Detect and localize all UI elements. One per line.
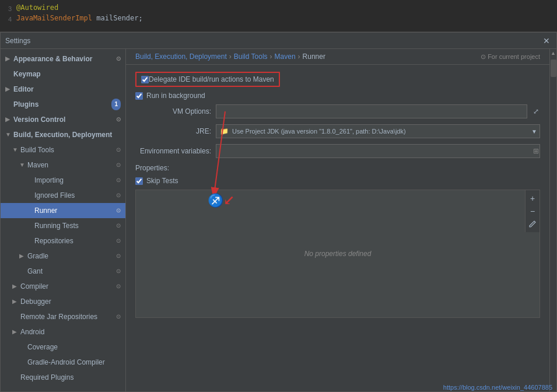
sidebar-item-ignored-files[interactable]: Ignored Files ⊙ [1, 188, 125, 203]
sidebar-item-version-control[interactable]: ▶ Version Control ⊙ [1, 112, 125, 127]
sidebar-item-required-plugins[interactable]: Required Plugins [1, 370, 125, 385]
breadcrumb-build-exec[interactable]: Build, Execution, Deployment [135, 52, 227, 61]
tree-arrow: ▶ [5, 114, 12, 125]
run-background-label: Run in background [146, 92, 205, 100]
sidebar-label: Debugger [20, 296, 51, 307]
vm-options-input[interactable] [216, 104, 527, 118]
sidebar-icon: ⊙ [116, 235, 121, 247]
run-background-row: Run in background [135, 92, 540, 100]
skip-tests-checkbox[interactable] [135, 177, 143, 185]
sidebar-item-gant[interactable]: Gant ⊙ [1, 264, 125, 279]
tree-arrow: ▶ [12, 326, 19, 338]
sidebar-item-build-exec[interactable]: ▼ Build, Execution, Deployment [1, 127, 125, 142]
properties-area: + − No properties defined [135, 190, 540, 318]
folder-icon: 📁 [216, 127, 232, 135]
sidebar-label: Keymap [13, 68, 41, 80]
env-vars-label: Environment variables: [135, 147, 211, 155]
sidebar-item-maven[interactable]: ▼ Maven ⊙ [1, 158, 125, 173]
main-content-area: Build, Execution, Deployment › Build Too… [126, 49, 549, 391]
sidebar-label: Gradle-Android Compiler [27, 356, 105, 368]
runner-settings-panel: Delegate IDE build/run actions to Maven … [126, 65, 549, 391]
sidebar-item-android[interactable]: ▶ Android [1, 324, 125, 340]
sidebar-item-coverage[interactable]: Coverage [1, 340, 125, 355]
sidebar-icon: ⊙ [116, 190, 121, 201]
skip-tests-label: Skip Tests [146, 177, 178, 185]
breadcrumb-maven[interactable]: Maven [275, 52, 296, 61]
sidebar-label: Required Plugins [20, 372, 73, 383]
env-vars-expand-button[interactable]: ⊞ [533, 147, 539, 155]
right-scrollbar[interactable]: ▲ [549, 49, 556, 391]
sidebar-label: Plugins [13, 99, 38, 110]
dialog-body: ▶ Appearance & Behavior ⊙ Keymap ▶ Edito… [1, 49, 556, 391]
sidebar-icon: ⊙ [116, 220, 121, 232]
sidebar-icon: ⊙ [116, 311, 121, 323]
breadcrumb-project[interactable]: ⊙ For current project [481, 53, 540, 61]
delegate-checkbox[interactable] [141, 76, 149, 83]
sidebar-icon: ⊙ [116, 250, 121, 262]
dialog-title: Settings [5, 37, 30, 45]
sidebar-item-plugins[interactable]: Plugins 1 [1, 97, 125, 112]
sidebar-item-editor[interactable]: ▶ Editor [1, 82, 125, 97]
sidebar-item-keymap[interactable]: Keymap [1, 66, 125, 82]
settings-dialog: Settings ✕ ▶ Appearance & Behavior ⊙ Key… [0, 32, 557, 392]
breadcrumb-runner: Runner [303, 52, 325, 61]
sidebar-item-runner[interactable]: Runner ⊙ [1, 203, 125, 218]
sidebar-icon: ⊙ [116, 281, 121, 292]
settings-sidebar: ▶ Appearance & Behavior ⊙ Keymap ▶ Edito… [1, 49, 126, 391]
properties-label: Properties: [135, 164, 169, 172]
jre-label: JRE: [135, 127, 211, 135]
tree-arrow: ▶ [5, 83, 12, 95]
sidebar-item-gradle[interactable]: ▶ Gradle ⊙ [1, 249, 125, 264]
env-var-container: ⊞ [216, 144, 540, 158]
sidebar-item-appearance[interactable]: ▶ Appearance & Behavior ⊙ [1, 51, 125, 66]
sidebar-label: Compiler [20, 281, 48, 292]
breadcrumb-sep2: › [270, 52, 272, 61]
plugins-badge: 1 [111, 99, 121, 110]
sidebar-item-importing[interactable]: Importing ⊙ [1, 173, 125, 188]
edit-property-button[interactable] [527, 218, 538, 230]
sidebar-item-debugger[interactable]: ▶ Debugger [1, 294, 125, 309]
scroll-up-arrow[interactable]: ▲ [550, 49, 557, 57]
delegate-section: Delegate IDE build/run actions to Maven [135, 72, 280, 87]
code-annotation: @Autowired [16, 4, 58, 12]
vm-options-expand-button[interactable]: ⤢ [532, 107, 540, 116]
delegate-label: Delegate IDE build/run actions to Maven [149, 75, 274, 83]
vm-options-row: VM Options: ⤢ [135, 104, 540, 118]
sidebar-label: Android [20, 326, 44, 338]
skip-tests-row: Properties: [135, 164, 540, 172]
sidebar-label: Gradle [27, 250, 48, 262]
sidebar-label: Runner [34, 205, 57, 216]
dialog-titlebar: Settings ✕ [1, 33, 556, 49]
run-background-checkbox[interactable] [135, 92, 143, 100]
sidebar-label: Build, Execution, Deployment [13, 129, 112, 141]
sidebar-icon: ⊙ [116, 159, 121, 171]
sidebar-item-gradle-android[interactable]: Gradle-Android Compiler [1, 355, 125, 370]
sidebar-label: Build Tools [20, 144, 54, 156]
jre-dropdown-button[interactable]: ▼ [529, 128, 540, 135]
breadcrumb-build-tools[interactable]: Build Tools [234, 52, 268, 61]
sidebar-label: Repositories [34, 235, 73, 247]
sidebar-label: Maven [27, 159, 48, 171]
sidebar-label: Coverage [27, 341, 58, 353]
code-editor-background: 3 4 @Autowired JavaMailSenderImpl mailSe… [0, 0, 557, 32]
sidebar-item-running-tests[interactable]: Running Tests ⊙ [1, 218, 125, 233]
tree-arrow: ▼ [5, 129, 12, 141]
close-button[interactable]: ✕ [541, 36, 552, 46]
breadcrumb-sep1: › [229, 52, 232, 61]
watermark-url: https://blog.csdn.net/weixin_44607885 [443, 384, 552, 391]
sidebar-item-build-tools[interactable]: ▼ Build Tools ⊙ [1, 142, 125, 158]
jre-value: Use Project JDK (java version "1.8.0_261… [232, 128, 529, 135]
sidebar-item-compiler[interactable]: ▶ Compiler ⊙ [1, 279, 125, 294]
env-vars-input[interactable] [216, 144, 540, 158]
no-properties-text: No properties defined [136, 190, 540, 317]
jre-select[interactable]: 📁 Use Project JDK (java version "1.8.0_2… [216, 124, 540, 138]
remove-property-button[interactable]: − [527, 205, 538, 217]
sidebar-label: Editor [13, 83, 34, 95]
sidebar-label: Ignored Files [34, 190, 75, 201]
sidebar-item-repositories[interactable]: Repositories ⊙ [1, 233, 125, 249]
sidebar-item-remote-jar[interactable]: Remote Jar Repositories ⊙ [1, 309, 125, 324]
sidebar-icon: ⊙ [116, 53, 121, 65]
tree-arrow: ▶ [12, 296, 19, 307]
add-property-button[interactable]: + [527, 192, 538, 204]
scroll-thumb[interactable] [551, 60, 556, 77]
